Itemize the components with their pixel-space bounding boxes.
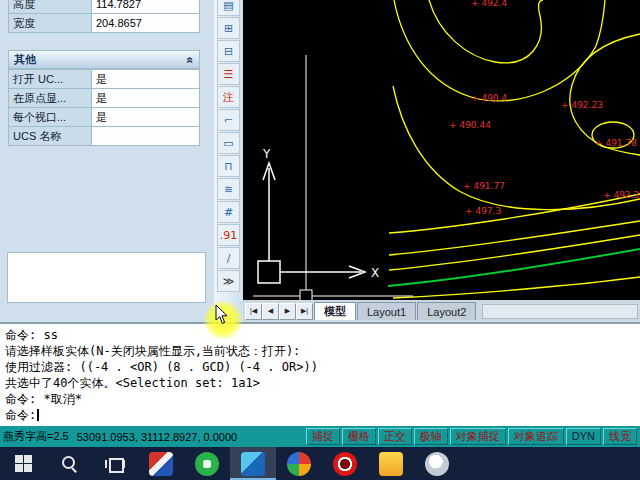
- property-value[interactable]: 是: [92, 88, 200, 108]
- tab-model[interactable]: 模型: [314, 302, 356, 320]
- overflow-icon[interactable]: ≫: [217, 270, 240, 292]
- taskbar-app-cad-active[interactable]: [230, 447, 276, 480]
- polar-toggle[interactable]: 极轴: [414, 428, 448, 445]
- drawing-canvas[interactable]: Y X + 492.4 + 490.4 + 492.23 + 490.44 + …: [243, 0, 640, 300]
- table-icon[interactable]: ⊟: [217, 40, 240, 62]
- taskbar-app-green[interactable]: [184, 447, 230, 480]
- layout-tabstrip: |◀ ◀ ▶ ▶| 模型 Layout1 Layout2: [243, 300, 640, 322]
- ortho-toggle[interactable]: 正交: [378, 428, 412, 445]
- search-icon: [61, 455, 78, 472]
- screen-recorder-icon: [333, 452, 357, 476]
- property-row-height: 高度 114.7827: [8, 0, 200, 14]
- command-history-line: 共选中了40个实体。<Selection set: 1a1>: [5, 375, 635, 391]
- tab-nav-next[interactable]: ▶: [279, 303, 296, 320]
- taskbar-app-recorder[interactable]: [322, 447, 368, 480]
- windows-logo-icon: [15, 455, 32, 472]
- annotate-icon[interactable]: 注: [217, 86, 240, 108]
- crosshair-cursor: [253, 55, 413, 300]
- taskbar-app-capture[interactable]: [414, 447, 460, 480]
- property-row-ucs-viewport: 每个视口... 是: [8, 107, 200, 127]
- active-cad-app-icon: [241, 452, 265, 476]
- cap-icon[interactable]: ⊓: [217, 155, 240, 177]
- tab-nav-prev[interactable]: ◀: [262, 303, 279, 320]
- block-icon[interactable]: ⊞: [217, 17, 240, 39]
- snap-toggle[interactable]: 捕捉: [306, 428, 340, 445]
- status-bar: 燕秀字高=2.5 53091.0953, 31112.8927, 0.0000 …: [0, 426, 640, 447]
- text-height-icon[interactable]: .91: [217, 224, 240, 246]
- grid-icon[interactable]: #: [217, 201, 240, 223]
- elevation-label: + 492.3: [603, 190, 639, 200]
- taskbar-app-cad[interactable]: [138, 447, 184, 480]
- mouse-cursor: [215, 304, 229, 329]
- waves-icon[interactable]: ≋: [217, 178, 240, 200]
- property-value[interactable]: 204.8657: [92, 13, 200, 33]
- command-history-line: 请选择样板实体(N-关闭块属性显示,当前状态：打开):: [5, 343, 635, 359]
- windows-taskbar: [0, 447, 640, 480]
- property-label: 宽度: [8, 13, 92, 33]
- grid-toggle[interactable]: 栅格: [342, 428, 376, 445]
- property-row-ucs-on: 打开 UC... 是: [8, 69, 200, 89]
- slash-icon[interactable]: ∕: [217, 247, 240, 269]
- dyn-toggle[interactable]: DYN: [566, 428, 601, 445]
- drawing-svg: Y X: [243, 0, 640, 300]
- yanxiu-text-height: 燕秀字高=2.5: [3, 429, 69, 444]
- search-button[interactable]: [46, 447, 92, 480]
- property-row-ucs-name: UCS 名称: [8, 126, 200, 146]
- vertical-toolbar: ▤ ⊞ ⊟ ☰ 注 ⌐ ▭ ⊓ ≋ # .91 ∕ ≫: [214, 0, 243, 316]
- command-history-line: 命令: ss: [5, 327, 635, 343]
- property-label: 高度: [8, 0, 92, 14]
- rectangle-icon[interactable]: ▭: [217, 132, 240, 154]
- task-view-icon: [105, 457, 125, 471]
- collapse-icon[interactable]: «: [184, 56, 198, 63]
- command-prompt-line[interactable]: 命令:: [5, 407, 635, 423]
- command-history-line: 使用过滤器: ((-4 . <OR) (8 . GCD) (-4 . OR>)): [5, 359, 635, 375]
- cad-app-icon: [149, 452, 173, 476]
- command-history-line: 命令: *取消*: [5, 391, 635, 407]
- capture-app-icon: [425, 452, 449, 476]
- tab-nav-last[interactable]: ▶|: [296, 303, 313, 320]
- property-value[interactable]: [92, 126, 200, 146]
- coordinate-readout: 53091.0953, 31112.8927, 0.0000: [77, 431, 237, 443]
- hatch-icon[interactable]: ▤: [217, 0, 240, 16]
- contour-lines: [389, 0, 640, 298]
- elevation-label: + 490.44: [449, 120, 491, 130]
- property-label: UCS 名称: [8, 126, 92, 146]
- notes-app-icon: [379, 452, 403, 476]
- section-header-other[interactable]: 其他 «: [8, 50, 200, 69]
- lineweight-toggle[interactable]: 线宽: [603, 428, 637, 445]
- properties-panel: 高度 114.7827 宽度 204.8657 其他 « 打开 UC... 是 …: [0, 0, 213, 322]
- property-value[interactable]: 是: [92, 107, 200, 127]
- taskbar-app-pinwheel[interactable]: [276, 447, 322, 480]
- ucs-y-label: Y: [262, 147, 271, 161]
- arrow-cursor-icon: [215, 304, 229, 325]
- command-prompt: 命令:: [5, 408, 36, 422]
- section-title: 其他: [14, 52, 36, 67]
- tab-nav-first[interactable]: |◀: [245, 303, 262, 320]
- text-caret: [37, 409, 39, 421]
- corner-icon[interactable]: ⌐: [217, 109, 240, 131]
- horizontal-scrollbar[interactable]: [482, 304, 638, 319]
- property-value[interactable]: 是: [92, 69, 200, 89]
- property-label: 打开 UC...: [8, 69, 92, 89]
- taskbar-app-notes[interactable]: [368, 447, 414, 480]
- app-window: 高度 114.7827 宽度 204.8657 其他 « 打开 UC... 是 …: [0, 0, 640, 480]
- tab-layout1[interactable]: Layout1: [357, 302, 416, 320]
- start-button[interactable]: [0, 447, 46, 480]
- property-row-ucs-origin: 在原点显... 是: [8, 88, 200, 108]
- command-line[interactable]: 命令: ss 请选择样板实体(N-关闭块属性显示,当前状态：打开): 使用过滤器…: [0, 322, 640, 426]
- ucs-x-label: X: [371, 266, 379, 280]
- property-row-width: 宽度 204.8657: [8, 13, 200, 33]
- otrack-toggle[interactable]: 对象追踪: [508, 428, 564, 445]
- elevation-label: + 492.23: [561, 100, 603, 110]
- property-value[interactable]: 114.7827: [92, 0, 200, 14]
- property-label: 在原点显...: [8, 88, 92, 108]
- elevation-label: + 491.77: [463, 181, 505, 191]
- elevation-label: + 497.3: [465, 206, 501, 216]
- layer-list-icon[interactable]: ☰: [217, 63, 240, 85]
- green-app-icon: [195, 452, 219, 476]
- tab-layout2[interactable]: Layout2: [417, 302, 476, 320]
- status-toggle-group: 捕捉 栅格 正交 极轴 对象捕捉 对象追踪 DYN 线宽: [306, 428, 637, 445]
- osnap-toggle[interactable]: 对象捕捉: [450, 428, 506, 445]
- task-view-button[interactable]: [92, 447, 138, 480]
- pinwheel-app-icon: [287, 452, 311, 476]
